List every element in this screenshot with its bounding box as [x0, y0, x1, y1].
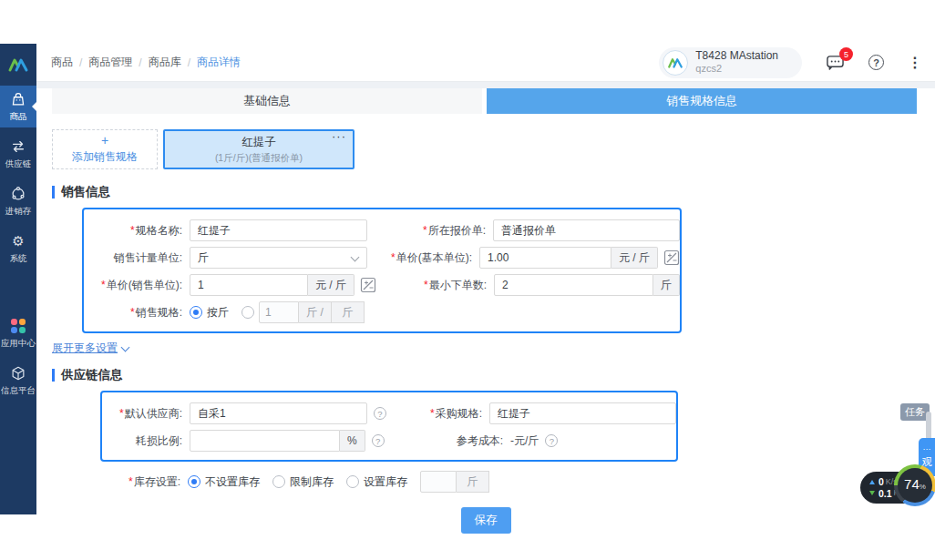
- form-row: 耗损比例: % ? 参考成本: -元/斤 ?: [102, 427, 676, 454]
- usage-gauge[interactable]: 74 %: [894, 464, 935, 506]
- sidebar: 商品 供应链 进销存 ⚙ 系统: [0, 44, 36, 514]
- help-button[interactable]: ?: [868, 55, 884, 70]
- radio-limit-stock-label: 限制库存: [290, 474, 334, 490]
- notification-badge: 5: [839, 47, 853, 61]
- min-order-suffix: 斤: [653, 274, 680, 296]
- add-sales-spec-label: 添加销售规格: [72, 149, 138, 165]
- breadcrumb-item[interactable]: 商品管理: [88, 55, 132, 70]
- chevron-down-icon: [351, 253, 360, 262]
- sidebar-spacer: [0, 275, 36, 312]
- sidebar-item-label: 供应链: [5, 158, 32, 169]
- reference-cost-value: -元/斤: [510, 433, 539, 449]
- exchange-arrows-icon: [10, 138, 26, 155]
- sidebar-bottom-pad: [0, 407, 36, 514]
- radio-no-stock[interactable]: [188, 475, 200, 488]
- calculator-icon[interactable]: [663, 249, 680, 266]
- quote-sheet-input[interactable]: [493, 219, 680, 241]
- plus-icon: +: [101, 134, 108, 147]
- chevron-down-icon: [121, 342, 130, 351]
- sale-unit-price-label: *单价(销售单位):: [84, 278, 182, 293]
- radio-by-jin[interactable]: [190, 306, 202, 319]
- sale-unit-price-input[interactable]: [190, 274, 308, 296]
- sale-unit-select[interactable]: 斤: [190, 247, 367, 269]
- main-content: 基础信息 销售规格信息 + 添加销售规格 ··· 红提子 (1斤/斤)(普通报价…: [36, 82, 935, 514]
- expand-more-settings-link[interactable]: 展开更多设置: [52, 341, 128, 356]
- purchase-spec-input[interactable]: [489, 402, 676, 424]
- add-sales-spec-button[interactable]: + 添加销售规格: [52, 129, 158, 169]
- stock-unit-suffix: 斤: [457, 471, 489, 493]
- question-circle-icon[interactable]: ?: [372, 434, 385, 447]
- radio-set-stock-label: 设置库存: [364, 474, 407, 490]
- sidebar-item-inventory[interactable]: 进销存: [0, 180, 36, 222]
- sidebar-item-info-platform[interactable]: 信息平台: [0, 360, 36, 402]
- breadcrumb-item[interactable]: 商品: [51, 55, 73, 70]
- supply-chain-panel: *默认供应商: ? *采购规格: 耗损比例: % ?: [100, 391, 678, 462]
- radio-set-stock[interactable]: [346, 475, 359, 488]
- form-row: *默认供应商: ? *采购规格:: [102, 400, 676, 427]
- supply-section-title: 供应链信息: [52, 367, 935, 383]
- default-supplier-input[interactable]: [190, 402, 367, 424]
- breadcrumb-separator: /: [139, 56, 141, 69]
- tab-basic-info[interactable]: 基础信息: [52, 88, 482, 114]
- upload-arrow-icon: [869, 477, 875, 484]
- topbar-right: T8428 MAstation qzcs2 5 ? ⋮: [659, 47, 922, 78]
- share-network-icon: [10, 186, 26, 202]
- user-name-block: T8428 MAstation qzcs2: [695, 50, 778, 74]
- section-title-bar: [52, 186, 55, 199]
- content-gap: [36, 82, 935, 88]
- form-row: *单价(销售单位): 元 / 斤 *最小下单数:: [84, 271, 680, 299]
- chat-bubble-icon: ···: [923, 445, 931, 453]
- base-unit-price-label: *单价(基本单位):: [388, 250, 472, 266]
- download-speed-value: 0.1: [878, 489, 892, 499]
- base-unit-price-input[interactable]: [479, 247, 611, 269]
- more-options-button[interactable]: ⋮: [908, 54, 922, 71]
- save-button[interactable]: 保存: [461, 507, 511, 534]
- sidebar-item-app-center[interactable]: 应用中心: [0, 312, 36, 354]
- stock-setting-row: *库存设置: 不设置库存 限制库存 设置库存 斤: [100, 469, 935, 494]
- sidebar-item-system[interactable]: ⚙ 系统: [0, 228, 36, 270]
- sidebar-item-goods[interactable]: 商品: [0, 86, 36, 127]
- sidebar-item-label: 信息平台: [1, 384, 36, 396]
- breadcrumb-current: 商品详情: [197, 55, 241, 70]
- radio-custom-spec[interactable]: [241, 306, 254, 319]
- app-window: 商品 供应链 进销存 ⚙ 系统: [0, 44, 935, 514]
- base-unit-price-suffix: 元 / 斤: [611, 247, 658, 269]
- breadcrumb-separator: /: [79, 56, 82, 69]
- card-menu-icon[interactable]: ···: [332, 129, 346, 143]
- download-arrow-icon: [869, 491, 875, 498]
- spec-card-subtitle: (1斤/斤)(普通报价单): [215, 152, 303, 165]
- question-circle-icon[interactable]: ?: [374, 407, 386, 420]
- sale-unit-label: 销售计量单位:: [84, 250, 182, 266]
- top-bar: 商品 / 商品管理 / 商品库 / 商品详情 T8428 MAstation q…: [36, 44, 935, 82]
- sidebar-item-label: 系统: [10, 252, 27, 264]
- breadcrumb-item[interactable]: 商品库: [149, 55, 181, 70]
- sidebar-item-supply-chain[interactable]: 供应链: [0, 133, 36, 175]
- stock-quantity-input[interactable]: [420, 471, 457, 493]
- form-row: 销售计量单位: 斤 *单价(基本单位): 元 / 斤: [84, 244, 680, 271]
- messages-button[interactable]: 5: [826, 54, 845, 71]
- usage-percent-sign: %: [920, 483, 926, 491]
- cube-icon: [10, 365, 26, 382]
- sale-spec-label: *销售规格:: [84, 305, 182, 321]
- loss-ratio-input[interactable]: [190, 430, 340, 452]
- default-supplier-label: *默认供应商:: [102, 406, 182, 422]
- question-circle-icon[interactable]: ?: [545, 434, 558, 447]
- avatar: [663, 50, 688, 76]
- spec-card-selected[interactable]: ··· 红提子 (1斤/斤)(普通报价单): [163, 129, 354, 169]
- radio-no-stock-label: 不设置库存: [205, 474, 260, 490]
- form-row: *规格名称: *所在报价单:: [84, 217, 680, 244]
- radio-limit-stock[interactable]: [272, 475, 285, 488]
- spec-name-input[interactable]: [190, 219, 367, 241]
- tab-sales-spec-info[interactable]: 销售规格信息: [487, 88, 917, 114]
- custom-spec-unit-b: 斤: [332, 301, 365, 323]
- spec-cards-row: + 添加销售规格 ··· 红提子 (1斤/斤)(普通报价单): [52, 129, 935, 169]
- user-menu[interactable]: T8428 MAstation qzcs2: [659, 47, 802, 78]
- sidebar-item-label: 进销存: [5, 205, 32, 217]
- loss-ratio-suffix: %: [340, 430, 365, 452]
- kebab-menu-icon: ⋮: [908, 54, 922, 71]
- custom-spec-input[interactable]: [259, 301, 299, 323]
- min-order-input[interactable]: [494, 274, 653, 296]
- usage-percent-value: 74: [904, 477, 920, 491]
- calculator-icon[interactable]: [360, 277, 376, 293]
- shopping-bag-icon: [10, 91, 26, 107]
